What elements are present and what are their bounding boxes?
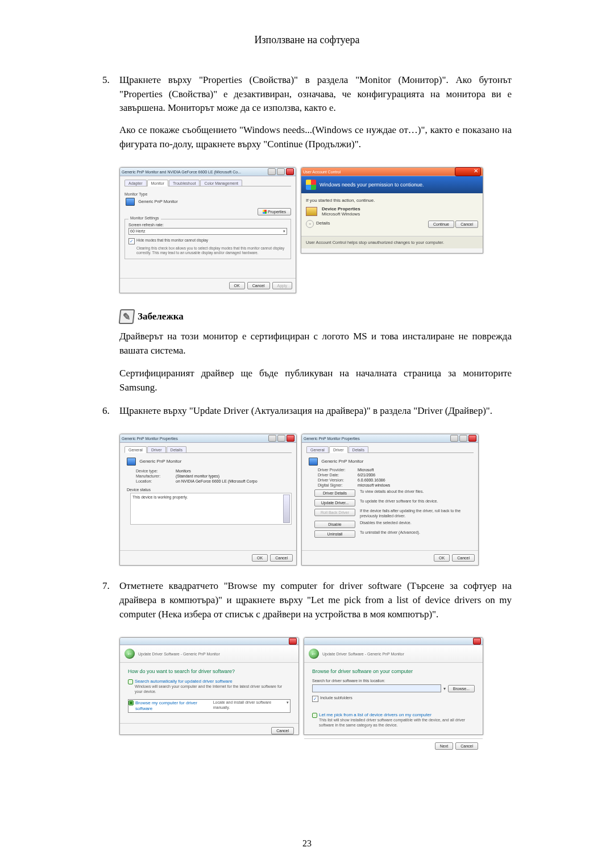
- update-driver-button[interactable]: Update Driver...: [314, 499, 355, 506]
- step-5: 5. Щракнете върху "Properties (Свойства)…: [102, 73, 512, 159]
- tab-details[interactable]: Details: [349, 446, 368, 452]
- note-heading: ✎ Забележка: [119, 309, 512, 324]
- tab-troubleshoot[interactable]: Troubleshoot: [169, 180, 200, 186]
- uac-publisher: Microsoft Windows: [322, 211, 360, 217]
- properties-button[interactable]: Properties: [258, 208, 291, 215]
- note-icon: ✎: [119, 309, 135, 324]
- ok-button[interactable]: OK: [252, 554, 268, 562]
- tab-driver[interactable]: Driver: [329, 446, 348, 453]
- include-subfolders-checkbox[interactable]: Include subfolders: [312, 696, 475, 702]
- monitor-type-label: Monitor Type: [125, 192, 291, 196]
- apply-button[interactable]: Apply: [272, 282, 293, 289]
- window-controls[interactable]: [450, 435, 476, 442]
- step-6-para: Щракнете върху "Update Driver (Актуализа…: [119, 404, 512, 418]
- tab-details[interactable]: Details: [167, 446, 186, 452]
- step-6: 6. Щракнете върху "Update Driver (Актуал…: [102, 404, 512, 426]
- browse-button[interactable]: Browse...: [448, 685, 475, 692]
- device-properties-general: Generic PnP Monitor Properties General D…: [119, 434, 297, 566]
- uac-title: User Account Control: [303, 170, 341, 174]
- device-name: Generic PnP Monitor: [321, 459, 363, 464]
- tab-driver[interactable]: Driver: [147, 446, 166, 452]
- refresh-rate-select[interactable]: 60 Hertz: [128, 228, 287, 235]
- wizard-headline: How do you want to search for driver sof…: [128, 668, 291, 674]
- tab-adapter[interactable]: Adapter: [125, 180, 147, 186]
- step-body: Щракнете върху "Properties (Свойства)" в…: [119, 73, 512, 159]
- device-status-label: Device status: [127, 488, 292, 492]
- note-para-1: Драйверът на този монитор е сертифициран…: [119, 330, 512, 358]
- figure-row-3: ← Update Driver Software - Generic PnP M…: [119, 637, 483, 735]
- uac-titlebar: User Account Control ✕: [301, 168, 483, 176]
- update-driver-wizard-2: ← Update Driver Software - Generic PnP M…: [304, 637, 483, 735]
- driver-details-button[interactable]: Driver Details: [314, 489, 355, 497]
- tab-general[interactable]: General: [306, 446, 329, 452]
- device-name: Generic PnP Monitor: [139, 459, 181, 464]
- page-title: Използване на софтуера: [102, 34, 512, 46]
- next-button[interactable]: Next: [435, 742, 453, 750]
- option-pick-from-list[interactable]: Let me pick from a list of device driver…: [312, 712, 475, 728]
- wizard-header: ← Update Driver Software - Generic PnP M…: [120, 645, 298, 663]
- breadcrumb: Update Driver Software - Generic PnP Mon…: [138, 652, 220, 656]
- window-body: Adapter Monitor Troubleshoot Color Manag…: [120, 176, 296, 278]
- tab-color-management[interactable]: Color Management: [200, 180, 242, 186]
- uninstall-button[interactable]: Uninstall: [314, 530, 355, 538]
- step-number: 6.: [102, 404, 119, 426]
- window-controls[interactable]: [289, 638, 297, 645]
- disable-button[interactable]: Disable: [314, 521, 355, 528]
- figure-row-1: Generic PnP Monitor and NVIDIA GeForce 6…: [119, 167, 483, 293]
- cancel-button[interactable]: Cancel: [455, 221, 478, 228]
- step-number: 7.: [102, 579, 119, 629]
- path-input[interactable]: [312, 684, 441, 692]
- option-search-auto[interactable]: Search automatically for updated driver …: [128, 679, 291, 695]
- device-properties-driver: Generic PnP Monitor Properties General D…: [301, 434, 479, 566]
- note-title: Забележка: [138, 311, 184, 322]
- wizard-headline: Browse for driver software on your compu…: [312, 668, 475, 674]
- close-icon[interactable]: ✕: [455, 167, 481, 176]
- hide-modes-desc: Clearing this check box allows you to se…: [136, 246, 287, 255]
- shield-icon: [306, 180, 316, 190]
- step-5-para-2: Ако се покаже съобщението "Windows needs…: [119, 123, 512, 151]
- back-icon[interactable]: ←: [125, 649, 135, 659]
- tab-strip: Adapter Monitor Troubleshoot Color Manag…: [125, 180, 291, 186]
- monitor-properties-window: Generic PnP Monitor and NVIDIA GeForce 6…: [119, 167, 296, 293]
- rollback-driver-button[interactable]: Roll Back Driver: [314, 509, 355, 516]
- back-icon[interactable]: ←: [309, 649, 319, 659]
- window-titlebar: Generic PnP Monitor Properties: [120, 434, 296, 443]
- tab-general[interactable]: General: [125, 446, 147, 453]
- manual-page: Използване на софтуера 5. Щракнете върху…: [0, 0, 614, 868]
- monitor-icon: [309, 458, 318, 466]
- note-para-2: Сертифицираният драйвер ще бъде публикув…: [119, 367, 512, 394]
- step-5-para-1: Щракнете върху "Properties (Свойства)" в…: [119, 73, 512, 115]
- monitor-settings-group: Monitor Settings Screen refresh rate: 60…: [125, 219, 291, 259]
- option-browse-computer[interactable]: Browse my computer for driver software L…: [128, 699, 291, 713]
- cancel-button[interactable]: Cancel: [247, 282, 270, 289]
- monitor-icon: [126, 198, 135, 206]
- window-title: Generic PnP Monitor Properties: [304, 437, 360, 441]
- uac-if-started: If you started this action, continue.: [306, 198, 478, 203]
- window-titlebar: Generic PnP Monitor and NVIDIA GeForce 6…: [120, 168, 296, 176]
- cancel-button[interactable]: Cancel: [452, 554, 475, 562]
- window-controls[interactable]: [473, 638, 481, 645]
- figure-row-2: Generic PnP Monitor Properties General D…: [119, 434, 483, 566]
- continue-button[interactable]: Continue: [428, 221, 454, 228]
- tab-monitor[interactable]: Monitor: [147, 180, 168, 186]
- wizard-header: ← Update Driver Software - Generic PnP M…: [304, 645, 483, 663]
- dialog-buttons: OK Cancel Apply: [120, 278, 296, 293]
- details-expander[interactable]: Details: [306, 220, 330, 228]
- refresh-rate-label: Screen refresh rate:: [128, 223, 287, 227]
- update-driver-wizard-1: ← Update Driver Software - Generic PnP M…: [119, 637, 299, 735]
- page-number: 23: [0, 838, 614, 849]
- window-controls[interactable]: [268, 435, 294, 442]
- cancel-button[interactable]: Cancel: [271, 727, 294, 734]
- cancel-button[interactable]: Cancel: [455, 742, 478, 750]
- uac-app-name: Device Properties: [322, 206, 360, 211]
- monitor-settings-label: Monitor Settings: [128, 216, 161, 220]
- hide-modes-checkbox[interactable]: Hide modes that this monitor cannot disp…: [128, 238, 287, 244]
- window-titlebar: Generic PnP Monitor Properties: [302, 434, 478, 443]
- ok-button[interactable]: OK: [229, 282, 245, 289]
- breadcrumb: Update Driver Software - Generic PnP Mon…: [322, 652, 404, 656]
- window-controls[interactable]: [268, 168, 294, 175]
- ok-button[interactable]: OK: [434, 554, 450, 562]
- cancel-button[interactable]: Cancel: [270, 554, 293, 562]
- monitor-icon: [127, 458, 136, 466]
- step-7: 7. Отметнете квадратчето "Browse my comp…: [102, 579, 512, 629]
